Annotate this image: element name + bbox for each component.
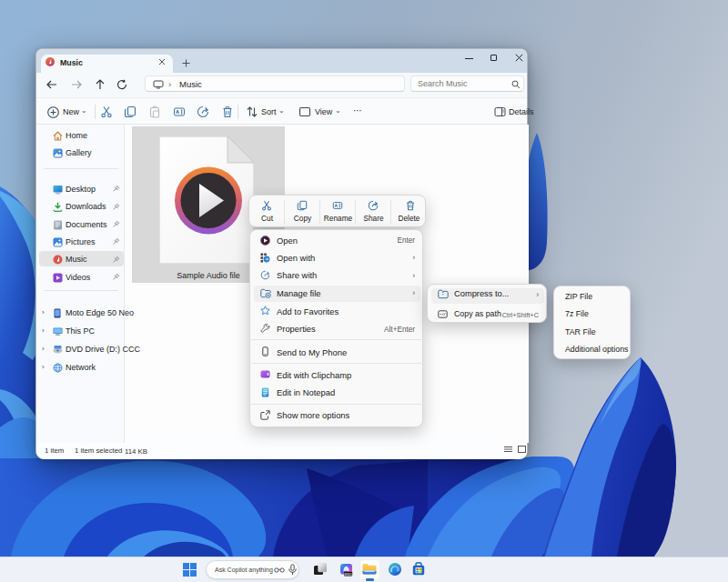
svg-text:M365: M365 — [344, 573, 352, 577]
